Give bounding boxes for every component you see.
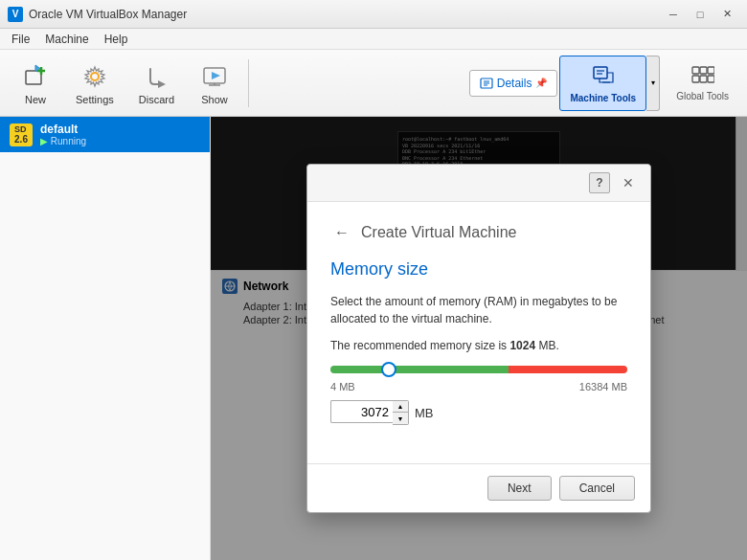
global-tools-button[interactable]: Global Tools xyxy=(666,56,739,111)
discard-icon xyxy=(141,61,171,92)
settings-icon xyxy=(79,61,110,92)
menu-file[interactable]: File xyxy=(4,31,37,48)
modal-description: Select the amount of memory (RAM) in meg… xyxy=(330,293,627,327)
vm-name: default xyxy=(40,123,86,136)
recommended-text: The recommended memory size is 1024 MB. xyxy=(330,339,627,352)
vm-status: ▶ Running xyxy=(40,136,86,146)
show-icon xyxy=(199,61,230,92)
app-icon: V xyxy=(8,7,23,22)
cancel-button[interactable]: Cancel xyxy=(559,476,635,501)
details-button[interactable]: Details 📌 xyxy=(469,70,558,97)
svg-rect-14 xyxy=(594,67,607,78)
minimize-button[interactable]: ─ xyxy=(661,5,686,24)
modal-nav: ← Create Virtual Machine xyxy=(330,221,627,244)
menu-help[interactable]: Help xyxy=(97,31,136,48)
window-controls: ─ □ ✕ xyxy=(661,5,739,24)
show-label: Show xyxy=(201,94,228,105)
new-icon xyxy=(20,61,51,92)
slider-labels: 4 MB 16384 MB xyxy=(330,381,627,392)
memory-input-row: ▲ ▼ MB xyxy=(330,400,627,425)
modal-header-actions: ? ✕ xyxy=(589,172,639,193)
memory-slider-container: 4 MB 16384 MB xyxy=(330,366,627,392)
next-button[interactable]: Next xyxy=(487,476,552,501)
settings-button[interactable]: Settings xyxy=(63,56,126,110)
right-content: root@localhost:~# fastboot lnux_amd64 VB… xyxy=(211,117,747,560)
memory-spin-up[interactable]: ▲ xyxy=(393,401,408,413)
show-button[interactable]: Show xyxy=(187,56,242,110)
machine-tools-button[interactable]: Machine Tools xyxy=(559,56,646,111)
toolbar-separator xyxy=(248,59,249,107)
title-bar: V Oracle VM VirtualBox Manager ─ □ ✕ xyxy=(0,0,747,29)
toolbar: New Settings Discard Show xyxy=(0,50,747,117)
svg-rect-21 xyxy=(692,76,699,82)
memory-input[interactable] xyxy=(330,400,393,423)
new-button[interactable]: New xyxy=(8,56,63,110)
details-label: Details xyxy=(497,77,532,90)
menu-bar: File Machine Help xyxy=(0,29,747,50)
details-pin-icon: 📌 xyxy=(535,78,547,88)
modal-body: ← Create Virtual Machine Memory size Sel… xyxy=(307,202,650,463)
svg-rect-19 xyxy=(700,67,707,74)
machine-tools-dropdown[interactable]: ▾ xyxy=(646,56,660,111)
toolbar-right: Details 📌 Machine Tools ▾ xyxy=(469,56,739,111)
settings-label: Settings xyxy=(76,94,114,105)
close-button[interactable]: ✕ xyxy=(714,5,739,24)
machine-tools-label: Machine Tools xyxy=(570,93,636,103)
svg-rect-22 xyxy=(700,76,707,82)
modal-nav-title: Create Virtual Machine xyxy=(361,224,516,241)
machine-tools-icon xyxy=(592,63,615,91)
svg-rect-23 xyxy=(708,76,714,82)
modal-help-button[interactable]: ? xyxy=(589,172,610,193)
main-area: SD2.6 default ▶ Running root@localhost:~… xyxy=(0,117,747,560)
modal-footer: Next Cancel xyxy=(307,463,650,512)
modal-section-title: Memory size xyxy=(330,259,627,280)
create-vm-modal: ? ✕ ← Create Virtual Machine Memory size… xyxy=(306,164,651,513)
svg-rect-20 xyxy=(708,67,714,74)
slider-max-label: 16384 MB xyxy=(579,381,627,392)
modal-overlay: ? ✕ ← Create Virtual Machine Memory size… xyxy=(211,117,747,560)
memory-slider-thumb[interactable] xyxy=(381,362,396,377)
memory-spinner: ▲ ▼ xyxy=(393,400,409,425)
menu-machine[interactable]: Machine xyxy=(37,31,96,48)
new-label: New xyxy=(25,94,46,105)
vm-icon: SD2.6 xyxy=(10,123,33,146)
memory-spin-down[interactable]: ▼ xyxy=(393,413,408,424)
svg-marker-5 xyxy=(158,80,166,88)
memory-input-wrapper: ▲ ▼ xyxy=(330,400,409,425)
svg-marker-7 xyxy=(212,72,220,79)
discard-label: Discard xyxy=(139,94,174,105)
app-title: Oracle VM VirtualBox Manager xyxy=(29,8,661,21)
modal-header: ? ✕ xyxy=(307,165,650,202)
memory-slider-track xyxy=(330,366,627,373)
global-tools-icon xyxy=(691,65,714,89)
global-tools-label: Global Tools xyxy=(676,91,729,101)
svg-rect-18 xyxy=(692,67,699,74)
svg-rect-0 xyxy=(26,71,41,84)
modal-close-button[interactable]: ✕ xyxy=(618,172,639,193)
discard-button[interactable]: Discard xyxy=(126,56,187,110)
sidebar-item-default[interactable]: SD2.6 default ▶ Running xyxy=(0,117,210,152)
maximize-button[interactable]: □ xyxy=(688,5,713,24)
svg-point-4 xyxy=(91,73,99,80)
back-button[interactable]: ← xyxy=(330,221,353,244)
slider-min-label: 4 MB xyxy=(330,381,355,392)
memory-unit-label: MB xyxy=(415,406,434,420)
sidebar: SD2.6 default ▶ Running xyxy=(0,117,211,560)
